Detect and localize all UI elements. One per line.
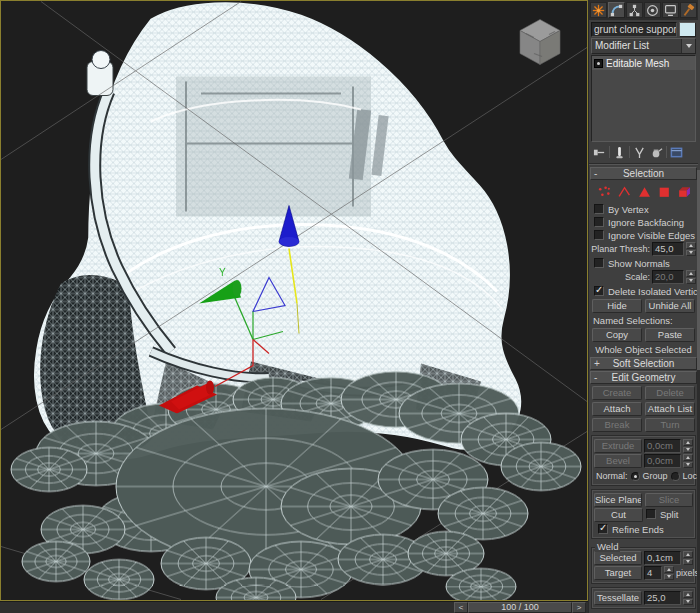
turn-button[interactable]: Turn <box>645 418 695 432</box>
attach-list-button[interactable]: Attach List <box>645 402 695 416</box>
normal-group-label: Group <box>643 471 668 481</box>
configure-modifier-sets-button[interactable] <box>668 145 685 160</box>
bevel-field[interactable]: 0,0cm <box>644 454 681 468</box>
modifier-list-dropdown[interactable]: Modifier List <box>591 38 696 54</box>
refine-ends-checkbox[interactable] <box>598 524 608 534</box>
planar-thresh-field[interactable]: 45,0 <box>652 242 684 256</box>
weld-target-unit-label: pixels <box>676 568 699 578</box>
by-vertex-checkbox[interactable] <box>594 204 604 214</box>
extrude-spinner[interactable] <box>683 439 693 453</box>
bevel-button[interactable]: Bevel <box>594 454 642 468</box>
tab-motion[interactable] <box>644 2 661 18</box>
create-button[interactable]: Create <box>592 386 642 400</box>
tab-create[interactable] <box>590 2 607 18</box>
bevel-spinner[interactable] <box>683 454 693 468</box>
next-frame-button[interactable]: > <box>572 602 586 613</box>
slice-plane-button[interactable]: Slice Plane <box>594 493 642 507</box>
weld-selected-button[interactable]: Selected <box>594 551 642 565</box>
delete-isolated-row: Delete Isolated Vertices <box>594 285 698 297</box>
motion-icon <box>646 4 659 17</box>
extrude-field[interactable]: 0,0cm <box>644 439 681 453</box>
tessellate-field[interactable]: 25,0 <box>644 591 681 605</box>
expand-icon[interactable]: + <box>594 358 600 369</box>
weld-selected-spinner[interactable] <box>683 551 693 565</box>
copy-button[interactable]: Copy <box>592 328 642 342</box>
delete-isolated-vertices-label: Delete Isolated Vertices <box>608 286 700 297</box>
tessellate-spinner[interactable] <box>683 591 693 605</box>
time-slider-frame[interactable]: 100 / 100 <box>468 602 572 613</box>
tab-modify[interactable] <box>608 2 625 18</box>
element-mode-button[interactable] <box>677 185 691 199</box>
edge-mode-button[interactable] <box>617 185 631 199</box>
face-mode-button[interactable] <box>637 185 651 199</box>
planar-thresh-row: Planar Thresh: 45,0 <box>589 242 696 256</box>
collapse-icon[interactable]: - <box>594 168 597 179</box>
tab-hierarchy[interactable] <box>626 2 643 18</box>
modifier-list-label: Modifier List <box>592 39 681 53</box>
vertex-mode-button[interactable] <box>597 185 611 199</box>
tessellate-button[interactable]: Tessellate <box>594 591 642 605</box>
previous-frame-button[interactable]: < <box>454 602 468 613</box>
extrude-bevel-group: Extrude 0,0cm Bevel 0,0cm Normal: Group … <box>591 435 696 486</box>
weld-target-field[interactable]: 4 <box>644 566 662 580</box>
ignore-backfacing-checkbox[interactable] <box>594 217 604 227</box>
normal-local-radio[interactable] <box>671 472 680 481</box>
normal-group-radio[interactable] <box>631 472 640 481</box>
command-panel: grunt clone support Modifier List Editab… <box>588 0 700 613</box>
panel-divider <box>589 163 698 165</box>
unhide-all-button[interactable]: Unhide All <box>645 299 695 313</box>
pin-stack-icon <box>593 146 606 159</box>
split-checkbox[interactable] <box>646 509 656 519</box>
show-normals-label: Show Normals <box>608 258 670 269</box>
delete-isolated-vertices-checkbox[interactable] <box>594 286 604 296</box>
rollout-edit-geometry[interactable]: - Edit Geometry <box>590 371 697 384</box>
hierarchy-icon <box>628 4 641 17</box>
paste-button[interactable]: Paste <box>645 328 695 342</box>
show-normals-row: Show Normals <box>594 257 698 269</box>
refine-ends-row: Refine Ends <box>598 523 694 535</box>
rollout-selection[interactable]: - Selection <box>590 167 697 180</box>
chevron-down-icon[interactable] <box>681 39 695 53</box>
slice-button[interactable]: Slice <box>645 493 693 507</box>
weld-selected-field[interactable]: 0,1cm <box>644 551 681 565</box>
weld-target-button[interactable]: Target <box>594 566 642 580</box>
time-slider[interactable]: < 100 / 100 > <box>0 601 588 613</box>
object-name-field[interactable]: grunt clone support <box>591 22 677 37</box>
scale-label: Scale: <box>589 272 650 282</box>
slice-cut-group: Slice Plane Slice Cut Split Refine Ends <box>591 489 696 539</box>
ignore-visible-edges-row: Ignore Visible Edges <box>594 229 698 241</box>
polygon-mode-button[interactable] <box>657 185 671 199</box>
object-color-swatch[interactable] <box>679 22 696 37</box>
weld-target-spinner[interactable] <box>664 566 674 580</box>
remove-modifier-button[interactable] <box>648 145 665 160</box>
modifier-stack-item[interactable]: Editable Mesh <box>592 56 695 70</box>
subobject-mode-row <box>591 184 696 200</box>
attach-button[interactable]: Attach <box>592 402 642 416</box>
tab-utilities[interactable] <box>680 2 697 18</box>
cut-button[interactable]: Cut <box>594 508 643 522</box>
normals-scale-row: Scale: 20,0 <box>589 270 696 284</box>
by-vertex-label: By Vertex <box>608 204 649 215</box>
ignore-visible-edges-checkbox[interactable] <box>594 230 604 240</box>
extrude-button[interactable]: Extrude <box>594 439 642 453</box>
make-unique-button[interactable] <box>631 145 648 160</box>
planar-thresh-spinner[interactable] <box>686 242 696 256</box>
viewport-canvas[interactable]: Y <box>1 1 587 600</box>
hide-button[interactable]: Hide <box>592 299 642 313</box>
show-normals-checkbox[interactable] <box>594 258 604 268</box>
normal-mode-row: Normal: Group Local <box>596 470 693 482</box>
break-button[interactable]: Break <box>592 418 642 432</box>
pin-stack-button[interactable] <box>591 145 608 160</box>
collapse-icon[interactable]: - <box>594 372 597 383</box>
tab-display[interactable] <box>662 2 679 18</box>
scale-field[interactable]: 20,0 <box>652 270 684 284</box>
delete-button[interactable]: Delete <box>645 386 695 400</box>
perspective-viewport[interactable]: Y <box>0 0 588 601</box>
modifier-stack-list[interactable]: Editable Mesh <box>591 55 696 142</box>
show-end-result-button[interactable] <box>611 145 628 160</box>
scale-spinner[interactable] <box>686 270 696 284</box>
rollout-soft-selection[interactable]: + Soft Selection <box>590 357 697 370</box>
editable-mesh-icon <box>594 59 603 68</box>
planar-thresh-label: Planar Thresh: <box>589 244 650 254</box>
rollout-title: Edit Geometry <box>612 372 676 383</box>
